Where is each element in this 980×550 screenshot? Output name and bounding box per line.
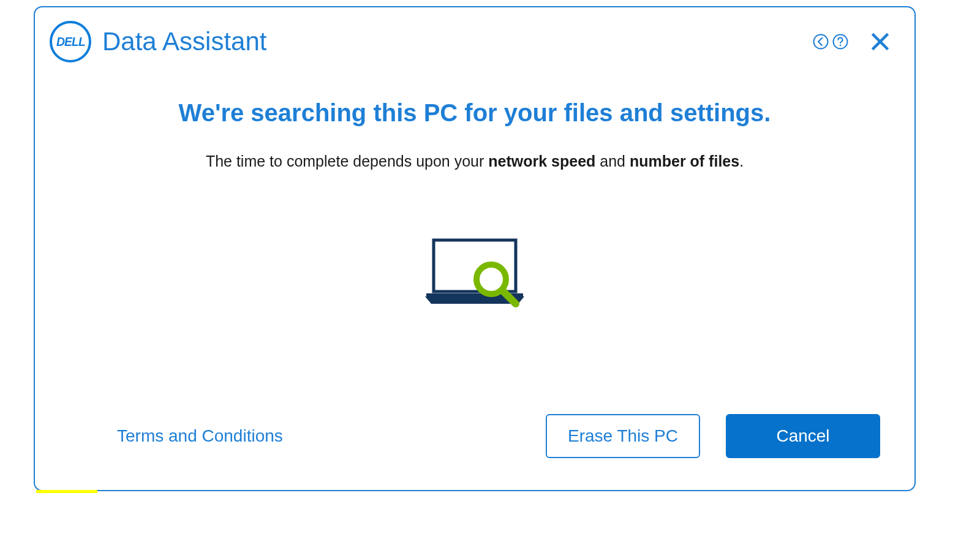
svg-point-2: [840, 45, 842, 47]
dell-logo-icon: DELL: [50, 21, 91, 62]
highlight-line: [36, 490, 97, 493]
subtext-part: and: [595, 153, 630, 170]
header: DELL Data Assistant: [35, 7, 914, 62]
main-content: We're searching this PC for your files a…: [35, 62, 914, 414]
subtext-bold: network speed: [488, 153, 595, 170]
terms-link[interactable]: Terms and Conditions: [117, 426, 283, 446]
app-title: Data Assistant: [102, 27, 266, 56]
page-heading: We're searching this PC for your files a…: [179, 99, 771, 127]
svg-point-1: [834, 35, 848, 49]
subtext-part: .: [739, 153, 744, 170]
page-subtext: The time to complete depends upon your n…: [206, 153, 744, 170]
help-icon[interactable]: [831, 32, 850, 51]
header-controls: [812, 28, 894, 55]
footer: Terms and Conditions Erase This PC Cance…: [35, 414, 914, 490]
app-window: DELL Data Assistant: [34, 6, 916, 491]
close-icon[interactable]: [867, 28, 894, 55]
subtext-part: The time to complete depends upon your: [206, 153, 488, 170]
subtext-bold: number of files: [630, 153, 739, 170]
dell-logo-text: DELL: [56, 34, 85, 49]
erase-button[interactable]: Erase This PC: [546, 414, 700, 458]
back-icon[interactable]: [812, 32, 830, 51]
laptop-search-icon: [423, 238, 527, 314]
svg-point-0: [814, 35, 828, 49]
cancel-button[interactable]: Cancel: [726, 414, 880, 458]
